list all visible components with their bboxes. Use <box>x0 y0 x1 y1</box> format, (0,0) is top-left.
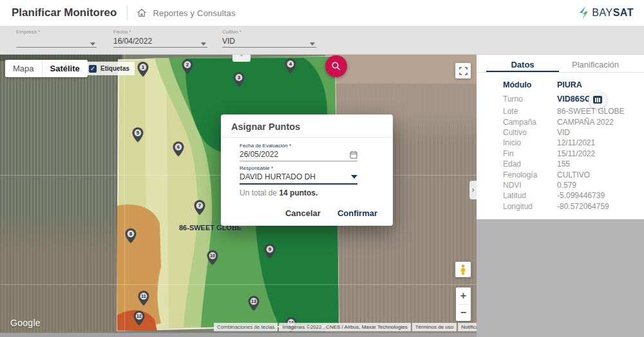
table-row: Inicio12/11/2021 <box>503 138 639 148</box>
map-gridline <box>0 284 477 285</box>
empresa-select[interactable]: Empresa * <box>16 29 97 51</box>
fecha-evaluacion-field[interactable]: Fecha de Evaluación * 26/05/2022 <box>240 143 357 161</box>
breadcrumb[interactable]: Reportes y Consultas <box>153 8 235 18</box>
table-row: Lote86-SWEET GLOBE <box>503 106 639 116</box>
map-marker-12[interactable]: 12 <box>133 311 145 326</box>
panel-data-list: Módulo PIURA Turno VID86SG Lote86-SWEET … <box>503 78 639 212</box>
map-marker-3[interactable]: 3 <box>233 72 245 87</box>
map-marker-5[interactable]: 5 <box>132 127 144 143</box>
svg-text:11: 11 <box>141 294 146 298</box>
table-row: Longitud-80.572064759 <box>503 201 639 212</box>
tab-datos[interactable]: Datos <box>486 59 559 72</box>
search-button[interactable] <box>325 55 347 77</box>
labels-toggle[interactable]: ✓ Etiquetas <box>84 62 135 75</box>
filter-bar: Empresa * Fecha * 16/04/2022 Cultivo * V… <box>0 26 644 55</box>
dialog-actions: Cancelar Confirmar <box>285 208 377 218</box>
pegman-icon <box>459 264 467 275</box>
terms-link[interactable]: Términos de uso <box>412 323 457 331</box>
header-divider <box>127 6 128 20</box>
svg-text:2: 2 <box>186 62 189 68</box>
map-marker-8[interactable]: 8 <box>125 228 137 244</box>
labels-toggle-label: Etiquetas <box>100 65 129 72</box>
svg-text:4: 4 <box>289 61 292 67</box>
table-row: FenologíaCULTIVO <box>503 169 639 179</box>
table-row: Fin15/11/2022 <box>503 149 639 159</box>
map-marker-7[interactable]: 7 <box>194 200 205 215</box>
responsable-label: Responsable * <box>240 165 357 171</box>
fecha-evaluacion-label: Fecha de Evaluación * <box>240 143 357 149</box>
empresa-label: Empresa * <box>16 29 97 35</box>
report-problem-link[interactable]: Notificar un problema de Maps <box>458 323 477 331</box>
columns-icon <box>593 96 602 104</box>
svg-text:8: 8 <box>129 231 133 237</box>
svg-text:9: 9 <box>269 246 272 252</box>
map-marker-4[interactable]: 4 <box>285 59 296 74</box>
dialog-title: Asignar Puntos <box>221 114 393 137</box>
chevron-down-icon <box>201 42 206 46</box>
zoom-out-button[interactable]: − <box>456 305 471 322</box>
cultivo-label: Cultivo * <box>222 29 316 35</box>
confirm-button[interactable]: Confirmar <box>337 208 377 218</box>
google-logo[interactable]: Google <box>10 318 41 328</box>
bottom-strip <box>0 332 477 337</box>
map-marker-6[interactable]: 6 <box>173 141 184 157</box>
fullscreen-icon <box>459 67 468 75</box>
responsable-value: DAVID HURTADO DH <box>240 172 316 181</box>
responsable-field[interactable]: Responsable * DAVID HURTADO DH <box>240 165 357 185</box>
app-header: Planificar Monitoreo Reportes y Consulta… <box>0 0 644 26</box>
table-row: Latitud-5.099446739 <box>503 190 639 201</box>
cancel-button[interactable]: Cancelar <box>285 208 321 218</box>
table-row: CampañaCAMPAÑA 2022 <box>503 116 639 127</box>
total-points-text: Un total de 14 puntos. <box>240 188 374 197</box>
tab-planificacion[interactable]: Planificación <box>559 59 632 72</box>
home-icon[interactable] <box>137 8 147 18</box>
map-marker-9[interactable]: 9 <box>264 244 276 259</box>
baysat-logo-icon <box>578 6 589 19</box>
svg-text:5: 5 <box>137 130 140 136</box>
svg-text:12: 12 <box>137 314 142 318</box>
search-icon <box>331 61 341 71</box>
map-marker-2[interactable]: 2 <box>182 59 193 75</box>
map-marker-13[interactable]: 13 <box>248 296 260 311</box>
zoom-control: + − <box>456 287 471 321</box>
fecha-select[interactable]: Fecha * 16/04/2022 <box>113 29 207 51</box>
asignar-puntos-dialog: Asignar Puntos Fecha de Evaluación * 26/… <box>221 114 393 226</box>
page-title: Planificar Monitoreo <box>12 6 117 19</box>
fullscreen-button[interactable] <box>455 63 471 78</box>
chevron-down-icon <box>310 42 315 46</box>
keyboard-shortcuts-link[interactable]: Combinaciones de teclas <box>214 323 278 331</box>
svg-text:6: 6 <box>177 144 180 150</box>
cultivo-select[interactable]: Cultivo * VID <box>222 29 316 51</box>
row-modulo: Módulo PIURA <box>503 78 639 92</box>
pegman-button[interactable] <box>455 262 471 277</box>
row-turno: Turno VID86SG <box>503 92 639 106</box>
panel-tabs: Datos Planificación <box>477 59 644 73</box>
svg-text:13: 13 <box>251 299 256 304</box>
svg-text:10: 10 <box>210 253 215 258</box>
map-type-map-button[interactable]: Mapa <box>5 60 42 77</box>
table-row: NDVI0.579 <box>503 180 639 190</box>
details-panel: Datos Planificación Módulo PIURA Turno V… <box>477 55 644 219</box>
app-root: Planificar Monitoreo Reportes y Consulta… <box>0 0 644 337</box>
svg-text:7: 7 <box>198 203 202 208</box>
map-marker-10[interactable]: 10 <box>207 250 218 266</box>
checkbox-checked-icon: ✓ <box>89 65 97 73</box>
svg-text:3: 3 <box>238 75 241 80</box>
fecha-label: Fecha * <box>113 29 207 35</box>
table-row: Edad155 <box>503 159 639 169</box>
cultivo-value: VID <box>222 37 235 46</box>
map-marker-11[interactable]: 11 <box>138 291 149 306</box>
zoom-in-button[interactable]: + <box>456 287 471 304</box>
chevron-down-icon <box>90 42 95 46</box>
map-marker-1[interactable]: 1 <box>137 62 149 77</box>
collapse-filters-tab[interactable]: ⌃ <box>232 55 251 62</box>
calendar-icon[interactable] <box>350 150 357 159</box>
turno-detail-button[interactable] <box>589 91 607 109</box>
side-panel-chevron[interactable]: › <box>469 181 477 199</box>
map-type-satellite-button[interactable]: Satélite <box>42 60 88 77</box>
imagery-credit: Imágenes ©2022 , CNES / Airbus, Maxar Te… <box>279 323 410 331</box>
map-gridline <box>124 55 125 332</box>
svg-text:1: 1 <box>142 64 145 70</box>
fecha-value: 16/04/2022 <box>113 37 152 46</box>
fecha-evaluacion-value: 26/05/2022 <box>240 150 278 159</box>
